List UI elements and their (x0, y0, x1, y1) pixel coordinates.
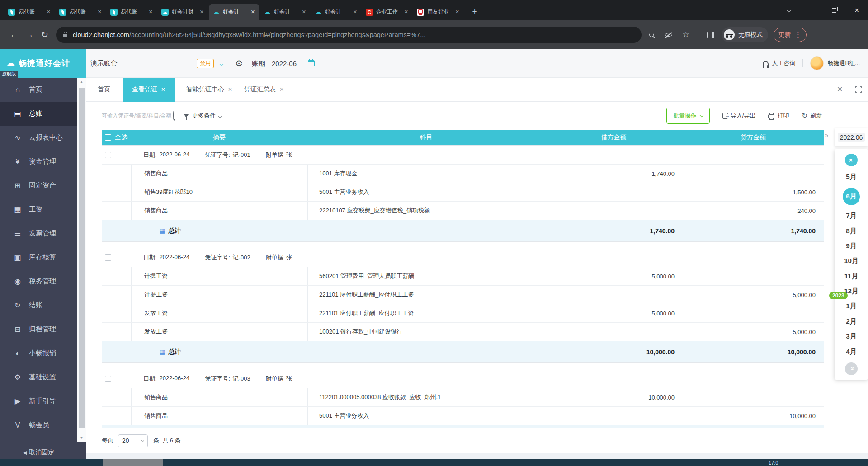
new-tab-button[interactable]: + (468, 6, 481, 19)
scroll-months-up-icon[interactable]: « (845, 154, 858, 166)
forward-icon[interactable]: → (22, 27, 37, 42)
tab-home[interactable]: 首页 (98, 78, 110, 102)
tab-close-icon[interactable]: ✕ (403, 9, 409, 15)
sidebar-item-member[interactable]: V畅会员 (0, 413, 86, 437)
month-item-active[interactable]: 6月 (843, 188, 860, 205)
table-row[interactable]: 发放工资 100201 银行存款_中国建设银行 5,000.00 (102, 323, 824, 341)
sidebar-item-general-ledger[interactable]: ▤总账 (0, 102, 86, 126)
month-item[interactable]: 9月 (846, 242, 856, 250)
month-item[interactable]: 3月 (846, 332, 856, 341)
sidebar-item-inventory[interactable]: ▣库存核算 (0, 245, 86, 269)
month-item[interactable]: 1月 (846, 302, 856, 311)
row-checkbox[interactable] (105, 376, 111, 382)
month-item[interactable]: 10月 (844, 257, 859, 265)
browser-menu-icon[interactable]: ⋮ (795, 31, 802, 39)
table-row[interactable]: 计提工资 560201 管理费用_管理人员职工薪酬 5,000.00 (102, 267, 824, 286)
tab-close-icon[interactable]: ✕ (97, 9, 103, 15)
row-checkbox[interactable] (105, 254, 111, 261)
browser-tab-active[interactable]: ☁ 好会计 ✕ (209, 4, 259, 20)
eye-off-icon[interactable] (661, 28, 676, 42)
row-checkbox[interactable] (105, 152, 111, 158)
table-row[interactable]: 销售39度红花郎10 5001 主营业务收入 1,500.00 (102, 183, 824, 202)
sidebar-item-closing[interactable]: ↻结账 (0, 293, 86, 317)
table-row[interactable]: 计提工资 221101 应付职工薪酬_应付职工工资 5,000.00 (102, 286, 824, 304)
sidebar-item-fixed-assets[interactable]: ⊞固定资产 (0, 174, 86, 198)
import-export-button[interactable]: 导入/导出 (722, 112, 756, 120)
refresh-button[interactable]: ↻ 刷新 (802, 112, 822, 120)
table-row[interactable]: 销售商品 22210107 应交税费_应交增值税_销项税额 240.00 (102, 202, 824, 220)
filter-funnel-icon[interactable] (184, 114, 189, 120)
print-button[interactable]: 打印 (768, 112, 789, 120)
back-icon[interactable]: ← (6, 27, 22, 42)
url-bar[interactable]: cloud2.chanjet.com/accounting/uh26t264j5… (56, 27, 642, 43)
support-link[interactable]: 人工咨询 (772, 59, 795, 67)
close-window-button[interactable]: ✕ (845, 0, 868, 20)
sidebar-item-guide[interactable]: ▶新手引导 (0, 389, 86, 413)
month-item[interactable]: 2月 (846, 317, 856, 326)
sidebar-item-tax[interactable]: ◉税务管理 (0, 269, 86, 293)
scroll-down-icon[interactable]: ▼ (77, 436, 86, 440)
reload-icon[interactable]: ↻ (37, 27, 52, 42)
sidebar-scrollbar[interactable]: ▲ ▼ (77, 78, 86, 442)
browser-tab[interactable]: ☁ 好会计财 ✕ (158, 4, 208, 20)
chevron-down-icon[interactable] (220, 59, 223, 67)
month-item[interactable]: 7月 (846, 212, 856, 220)
scrollbar-thumb[interactable] (79, 88, 85, 428)
browser-tab[interactable]: ☁ 好会计 ✕ (260, 4, 311, 20)
username[interactable]: 畅捷通B组... (827, 59, 860, 67)
more-conditions-link[interactable]: 更多条件 (192, 112, 216, 120)
fullscreen-icon[interactable] (855, 86, 862, 93)
minimize-button[interactable]: – (800, 0, 823, 20)
search-input[interactable] (102, 113, 172, 119)
side-panel-icon[interactable] (703, 28, 718, 42)
sidebar-item-settings[interactable]: ⚙基础设置 (0, 365, 86, 389)
select-all-checkbox[interactable] (105, 134, 111, 141)
restore-button[interactable] (823, 0, 845, 20)
sidebar-item-invoice[interactable]: ☰发票管理 (0, 221, 86, 245)
table-row[interactable]: 发放工资 221101 应付职工薪酬_应付职工工资 5,000.00 (102, 304, 824, 323)
update-button[interactable]: 更新 ⋮ (774, 28, 807, 42)
browser-tab[interactable]: 用友好业 ✕ (413, 4, 464, 20)
tab-voucher-summary[interactable]: 凭证汇总表✕ (244, 78, 284, 102)
gear-icon[interactable]: ⚙ (235, 58, 243, 69)
batch-actions-button[interactable]: 批量操作 (666, 108, 710, 124)
scroll-months-down-icon[interactable]: « (845, 362, 858, 375)
tab-close-icon[interactable]: ✕ (352, 9, 358, 15)
browser-tab[interactable]: 易代账 ✕ (5, 4, 55, 20)
browser-tab[interactable]: ☁ 好会计 ✕ (311, 4, 362, 20)
table-row[interactable]: 销售商品 1001 库存现金 1,740.00 (102, 165, 824, 183)
period-field[interactable]: 2022-06 (272, 57, 315, 70)
per-page-select[interactable]: 20 (118, 434, 148, 447)
table-row[interactable]: 销售商品 112201.000005.000038 应收账款_应收_郑州.1 1… (102, 388, 824, 407)
search-icon[interactable] (173, 111, 174, 119)
sidebar-item-cloud-reports[interactable]: ∿云报表中心 (0, 126, 86, 150)
sidebar-item-archive[interactable]: ⊟归档管理 (0, 317, 86, 341)
tab-close-icon[interactable]: ✕ (454, 9, 460, 15)
tab-close-icon[interactable]: ✕ (161, 86, 165, 93)
tab-close-icon[interactable]: ✕ (148, 9, 154, 15)
month-item[interactable]: 5月 (846, 173, 856, 181)
voucher-search-box[interactable] (102, 110, 174, 122)
tab-close-icon[interactable]: ✕ (250, 9, 256, 15)
month-item[interactable]: 4月 (846, 348, 856, 356)
tab-close-icon[interactable]: ✕ (228, 86, 232, 93)
avatar[interactable] (810, 56, 824, 70)
scroll-up-icon[interactable]: ▲ (77, 80, 86, 84)
browser-tab[interactable]: 易代账 ✕ (56, 4, 106, 20)
tab-close-icon[interactable]: ✕ (301, 9, 307, 15)
search-icon[interactable] (644, 28, 659, 42)
tab-close-icon[interactable]: ✕ (46, 9, 52, 15)
bookmark-star-icon[interactable]: ☆ (679, 28, 693, 42)
month-item[interactable]: 11月 (844, 272, 859, 281)
tab-search-icon[interactable] (778, 0, 800, 20)
horizontal-scrollbar-thumb[interactable] (103, 459, 163, 466)
tab-view-voucher[interactable]: 查看凭证✕ (123, 78, 175, 102)
browser-tab[interactable]: C 企业工作 ✕ (362, 4, 413, 20)
tab-smart-voucher-center[interactable]: 智能凭证中心✕ (186, 78, 232, 102)
sidebar-item-home[interactable]: ⌂首页 (0, 78, 86, 102)
sidebar-item-salary[interactable]: ▦工资 (0, 198, 86, 221)
sidebar-item-reimburse[interactable]: ◐小畅报销 (0, 341, 86, 365)
calendar-icon[interactable] (308, 60, 315, 66)
account-set-selector[interactable]: 演示账套 禁用 (90, 57, 225, 70)
browser-tab[interactable]: 易代账 ✕ (107, 4, 157, 20)
